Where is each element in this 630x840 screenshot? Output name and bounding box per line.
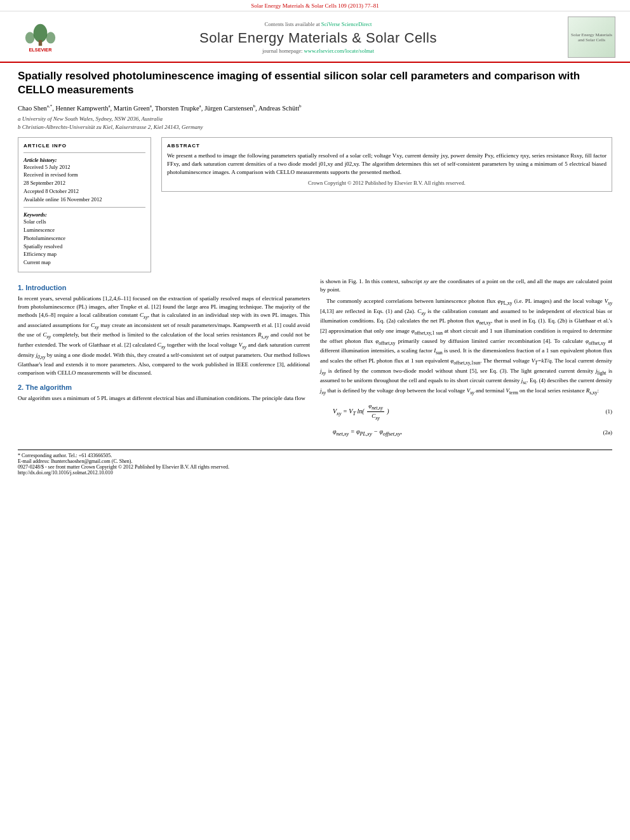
section-1: 1. Introduction In recent years, several… (18, 284, 310, 378)
equation-2a-row: φnet,xy = φPL,xy − φoffset,xy, (2a) (333, 427, 612, 438)
footnotes: * Corresponding author. Tel.: +61 433666… (18, 450, 612, 476)
author-jurgen: Jürgen Carstensen (204, 105, 253, 112)
eq1-VT: VT (349, 408, 356, 415)
homepage-label: journal homepage: (262, 48, 303, 54)
received-revised-label: Received in revised form (23, 171, 145, 179)
homepage-link[interactable]: www.elsevier.com/locate/solmat (304, 48, 374, 54)
author-sup-a3: a (150, 103, 152, 109)
body-two-col: 1. Introduction In recent years, several… (18, 277, 612, 443)
info-abstract-row: ARTICLE INFO Article history: Received 5… (18, 137, 612, 272)
main-content: Spatially resolved photoluminescence ima… (0, 63, 630, 482)
author-chao-shen: Chao Shen (18, 105, 47, 112)
received-revised-date: 28 September 2012 (23, 179, 145, 187)
equation-2a: φnet,xy = φPL,xy − φoffset,xy, (333, 427, 402, 438)
keyword-3: Photoluminescence (23, 234, 145, 243)
author-martin: Martin Green (114, 105, 150, 112)
body-left-col: 1. Introduction In recent years, several… (18, 277, 310, 443)
eq1-numerator: φnet,xy (367, 402, 384, 413)
abstract-header: ABSTRACT (167, 143, 607, 149)
section-1-body: In recent years, several publications [1… (18, 295, 310, 378)
equation-1-row: Vxy = VT ln( φnet,xy Cxy ) (1) (333, 402, 612, 422)
footnote-email: E-mail address: lhunterchaoshen@gmail.co… (18, 458, 612, 464)
journal-header: ELSEVIER Contents lists available at Sci… (0, 11, 630, 63)
journal-citation-bar: Solar Energy Materials & Solar Cells 109… (0, 0, 630, 11)
eq1-paren-close: ) (387, 408, 389, 415)
svg-point-1 (33, 23, 47, 42)
divider-1 (23, 152, 145, 153)
footnote-copyright: 0927-0248/$ - see front matter Crown Cop… (18, 464, 612, 470)
section-1-para1: In recent years, several publications [1… (18, 295, 310, 378)
history-label: Article history: (23, 157, 57, 163)
abstract-text: We present a method to image the followi… (167, 152, 607, 177)
section-2-heading: 2. The algorithm (18, 383, 310, 391)
article-title: Spatially resolved photoluminescence ima… (18, 69, 612, 97)
journal-thumb-text: Solar Energy Materials and Solar Cells (570, 32, 613, 43)
history-section: Article history: Received 5 July 2012 Re… (23, 157, 145, 204)
keyword-1: Solar cells (23, 218, 145, 226)
journal-thumbnail: Solar Energy Materials and Solar Cells (568, 17, 615, 58)
abstract-copyright: Crown Copyright © 2012 Published by Else… (167, 180, 607, 186)
article-info-box: ARTICLE INFO Article history: Received 5… (18, 137, 151, 272)
article-info-col: ARTICLE INFO Article history: Received 5… (18, 137, 151, 272)
affiliation-a: a University of New South Wales, Sydney,… (18, 115, 612, 124)
eq1-number: (1) (606, 408, 613, 416)
svg-point-4 (46, 32, 55, 43)
section-2: 2. The algorithm Our algorithm uses a mi… (18, 383, 310, 403)
footnote-doi: http://dx.doi.org/10.1016/j.solmat.2012.… (18, 470, 612, 476)
eq2a-number: (2a) (603, 429, 613, 437)
journal-homepage: journal homepage: www.elsevier.com/locat… (69, 48, 568, 54)
author-andreas: Andreas Schütt (258, 105, 299, 112)
keyword-6: Current map (23, 258, 145, 267)
abstract-body: We present a method to image the followi… (167, 152, 607, 175)
keyword-4: Spatially resolved (23, 243, 145, 251)
journal-citation-text: Solar Energy Materials & Solar Cells 109… (251, 3, 379, 9)
author-thorsten: Thorsten Trupke (155, 105, 199, 112)
svg-rect-2 (38, 40, 41, 46)
equation-1: Vxy = VT ln( φnet,xy Cxy ) (333, 402, 389, 422)
affiliations: a University of New South Wales, Sydney,… (18, 115, 612, 132)
divider-2 (23, 207, 145, 208)
received-date: Received 5 July 2012 (23, 163, 145, 171)
journal-title: Solar Energy Materials & Solar Cells (69, 30, 568, 46)
eq1-paren-open: ( (362, 408, 364, 415)
author-sup-a2: a (109, 103, 111, 109)
body-right-col: is shown in Fig. 1. In this context, sub… (320, 277, 612, 443)
keyword-2: Luminescence (23, 226, 145, 234)
eq1-Vxy: Vxy (333, 408, 342, 415)
article-info-header: ARTICLE INFO (23, 143, 145, 149)
abstract-col: ABSTRACT We present a method to image th… (161, 137, 612, 272)
author-sup-b: b (253, 103, 255, 109)
keywords-section: Keywords: Solar cells Luminescence Photo… (23, 211, 145, 267)
right-para2: The commonly accepted correlations betwe… (320, 297, 612, 397)
right-para1: is shown in Fig. 1. In this context, sub… (320, 277, 612, 294)
section-2-body: Our algorithm uses a minimum of 5 PL ima… (18, 394, 310, 403)
keywords-label: Keywords: (23, 211, 47, 218)
footnote-corresponding: * Corresponding author. Tel.: +61 433666… (18, 453, 612, 458)
author-henner: Henner Kampwerth (55, 105, 108, 112)
journal-thumbnail-area: Solar Energy Materials and Solar Cells (568, 17, 619, 58)
author-sup-b2: b (299, 103, 302, 109)
author-sup-a4: a (199, 103, 201, 109)
section-1-heading: 1. Introduction (18, 284, 310, 291)
author-sup-a: a,* (47, 103, 52, 109)
contents-line: Contents lists available at SciVerse Sci… (69, 21, 568, 27)
keyword-5: Efficiency map (23, 250, 145, 258)
contents-label: Contents lists available at (265, 21, 320, 27)
eq1-denominator: Cxy (370, 412, 381, 422)
affiliation-b: b Christian-Albrechts-Universität zu Kie… (18, 123, 612, 132)
journal-center-area: Contents lists available at SciVerse Sci… (69, 21, 568, 54)
accepted-date: Accepted 8 October 2012 (23, 187, 145, 196)
section-2-para1: Our algorithm uses a minimum of 5 PL ima… (18, 394, 310, 403)
abstract-box: ABSTRACT We present a method to image th… (161, 137, 612, 192)
eq1-fraction: φnet,xy Cxy (367, 402, 384, 422)
svg-point-3 (25, 32, 34, 43)
elsevier-logo-icon: ELSEVIER (17, 22, 64, 53)
sciverse-link[interactable]: SciVerse ScienceDirect (321, 21, 372, 27)
authors-line: Chao Shena,*, Henner Kampwertha, Martin … (18, 103, 612, 112)
svg-text:ELSEVIER: ELSEVIER (29, 47, 52, 53)
logo-area: ELSEVIER (11, 22, 69, 53)
body-right-text: is shown in Fig. 1. In this context, sub… (320, 277, 612, 438)
available-date: Available online 16 November 2012 (23, 196, 145, 204)
